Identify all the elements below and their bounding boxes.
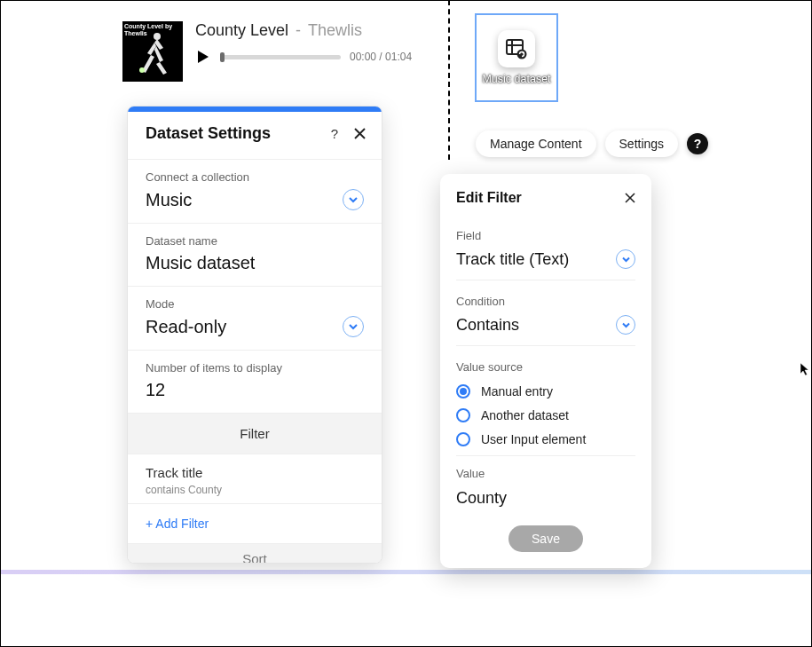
album-cover-art xyxy=(137,30,172,75)
dataset-icon xyxy=(498,30,535,67)
svg-point-1 xyxy=(139,67,145,73)
settings-button[interactable]: Settings xyxy=(605,130,679,157)
chevron-down-icon xyxy=(616,315,635,335)
radio-label: Another dataset xyxy=(481,408,569,422)
track-title: County Level xyxy=(195,21,288,40)
close-icon[interactable] xyxy=(354,128,366,139)
audio-player: County Level by Thewlis County Level - T… xyxy=(122,21,412,82)
chevron-down-icon xyxy=(343,189,364,210)
help-button[interactable]: ? xyxy=(687,133,708,154)
radio-option[interactable]: User Input element xyxy=(456,432,635,446)
radio-label: Manual entry xyxy=(481,384,553,398)
mode-label: Mode xyxy=(146,297,364,311)
element-toolbar: Manage Content Settings ? xyxy=(476,130,708,157)
album-cover: County Level by Thewlis xyxy=(122,21,183,82)
edit-filter-panel: Edit Filter Field Track title (Text) Con… xyxy=(440,174,651,568)
dataset-name-section: Dataset name Music dataset xyxy=(128,223,382,286)
condition-label: Condition xyxy=(456,295,635,308)
radio-icon xyxy=(456,432,470,446)
dataset-settings-panel: Dataset Settings ? Connect a collection … xyxy=(127,106,382,564)
canvas-border xyxy=(0,0,812,647)
manage-content-button[interactable]: Manage Content xyxy=(476,130,596,157)
svg-point-0 xyxy=(154,33,161,40)
items-count-section: Number of items to display 12 xyxy=(128,350,382,413)
filter-item-title: Track title xyxy=(146,465,364,480)
items-count-value[interactable]: 12 xyxy=(146,380,364,400)
play-icon[interactable] xyxy=(195,49,211,65)
filter-item[interactable]: Track title contains County xyxy=(128,454,382,503)
value-source-label: Value source xyxy=(456,360,635,374)
sort-section-header: Sort xyxy=(128,543,382,563)
add-filter-button[interactable]: + Add Filter xyxy=(128,503,382,543)
radio-option[interactable]: Another dataset xyxy=(456,408,635,422)
mode-select[interactable]: Read-only xyxy=(146,316,364,337)
help-icon[interactable]: ? xyxy=(331,126,338,141)
radio-icon xyxy=(456,408,470,422)
collection-section: Connect a collection Music xyxy=(128,159,382,223)
progress-bar[interactable] xyxy=(220,55,341,59)
radio-label: User Input element xyxy=(481,432,586,446)
collection-value: Music xyxy=(146,190,192,210)
items-count-label: Number of items to display xyxy=(146,361,364,375)
mode-section: Mode Read-only xyxy=(128,286,382,350)
separator: - xyxy=(296,21,301,40)
value-source-group: Value source Manual entryAnother dataset… xyxy=(440,351,651,462)
condition-value: Contains xyxy=(456,316,519,335)
timestamp: 00:00 / 01:04 xyxy=(350,51,412,63)
chevron-down-icon xyxy=(616,249,635,269)
divider-horizontal xyxy=(1,570,811,574)
filter-item-description: contains County xyxy=(146,484,364,496)
save-button[interactable]: Save xyxy=(508,525,583,552)
radio-option[interactable]: Manual entry xyxy=(456,384,635,398)
selected-element[interactable]: Music dataset xyxy=(475,13,558,102)
close-icon[interactable] xyxy=(625,193,635,203)
mode-value: Read-only xyxy=(146,317,226,337)
dataset-name-label: Dataset name xyxy=(146,234,364,248)
field-value: Track title (Text) xyxy=(456,250,569,269)
selected-element-label: Music dataset xyxy=(482,73,550,85)
player-info: County Level - Thewlis 00:00 / 01:04 xyxy=(195,21,412,65)
svg-point-5 xyxy=(517,50,527,59)
value-label: Value xyxy=(456,467,635,480)
condition-select[interactable]: Contains xyxy=(456,315,635,346)
field-select[interactable]: Track title (Text) xyxy=(456,249,635,280)
track-artist: Thewlis xyxy=(308,21,362,40)
field-label: Field xyxy=(456,229,635,242)
collection-label: Connect a collection xyxy=(146,170,364,184)
field-group: Field Track title (Text) xyxy=(440,220,651,286)
value-group: Value County xyxy=(440,462,651,513)
edit-filter-title: Edit Filter xyxy=(456,190,522,206)
condition-group: Condition Contains xyxy=(440,286,651,351)
collection-select[interactable]: Music xyxy=(146,189,364,210)
panel-title: Dataset Settings xyxy=(146,124,271,143)
chevron-down-icon xyxy=(343,316,364,337)
cursor-icon xyxy=(800,362,810,380)
radio-icon xyxy=(456,384,470,398)
divider-vertical xyxy=(448,0,450,160)
value-input[interactable]: County xyxy=(456,487,635,508)
dataset-name-value[interactable]: Music dataset xyxy=(146,253,364,273)
filter-section-header: Filter xyxy=(128,413,382,454)
